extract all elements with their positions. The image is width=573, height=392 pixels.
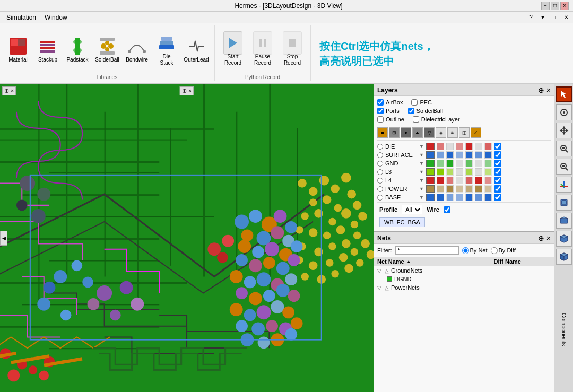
layer-die-c6[interactable] xyxy=(484,143,492,150)
nets-pin-button[interactable]: ⊕ xyxy=(538,234,544,242)
layer-die-c4[interactable] xyxy=(465,143,473,150)
layer-l3-c6[interactable] xyxy=(484,168,492,176)
menu-window[interactable]: Window xyxy=(40,13,72,22)
resize-handle-left[interactable]: ◀ xyxy=(0,231,7,246)
layer-base-color[interactable] xyxy=(426,194,435,201)
zoom-out-button[interactable] xyxy=(556,159,572,175)
restore-icon[interactable]: □ xyxy=(550,13,559,22)
layer-gnd-c2[interactable] xyxy=(446,160,454,167)
layer-surface-c4[interactable] xyxy=(465,151,473,159)
groundnets-group[interactable]: ▽ △ GroundNets xyxy=(374,266,554,275)
layer-l4-c1[interactable] xyxy=(437,177,444,184)
material-button[interactable]: Material xyxy=(4,36,32,64)
layer-power-radio[interactable] xyxy=(377,186,383,192)
layer-check-btn[interactable]: ✓ xyxy=(471,127,481,138)
help-icon[interactable]: ? xyxy=(526,13,536,22)
layer-die-c5[interactable] xyxy=(475,143,482,150)
layer-surface-c2[interactable] xyxy=(446,151,454,159)
menu-simulation[interactable]: Simulation xyxy=(2,13,40,22)
layer-shield-btn[interactable]: ▽ xyxy=(424,127,435,138)
panel-pin-left[interactable]: ⊕ × xyxy=(2,86,16,95)
layer-power-c3[interactable] xyxy=(456,185,463,193)
layer-power-c6[interactable] xyxy=(484,185,492,193)
layer-l3-color[interactable] xyxy=(426,168,435,176)
pec-checkbox[interactable] xyxy=(411,99,418,106)
layer-base-c5[interactable] xyxy=(475,194,482,201)
layer-base-c6[interactable] xyxy=(484,194,492,201)
layer-l4-visible[interactable] xyxy=(494,177,501,184)
dgnd-net-item[interactable]: DGND xyxy=(374,275,554,283)
padstack-button[interactable]: Padstack xyxy=(64,36,91,64)
powernets-group[interactable]: ▽ △ PowerNets xyxy=(374,283,554,292)
layer-l4-c5[interactable] xyxy=(475,177,482,184)
wire-checkbox[interactable] xyxy=(444,206,450,213)
3d-view4-button[interactable] xyxy=(556,249,572,265)
layer-base-radio[interactable] xyxy=(377,195,383,201)
maximize-button[interactable]: □ xyxy=(551,2,559,10)
by-diff-radio[interactable] xyxy=(491,247,498,254)
components-tab[interactable]: Components xyxy=(559,267,569,392)
layer-l3-visible[interactable] xyxy=(494,168,501,176)
3d-view3-button[interactable] xyxy=(556,231,572,247)
layer-base-c1[interactable] xyxy=(437,194,444,201)
stackup-button[interactable]: Stackup xyxy=(34,36,62,64)
sort-arrow-icon[interactable]: ▲ xyxy=(406,259,411,264)
layer-gnd-c6[interactable] xyxy=(484,160,492,167)
layer-gnd-c1[interactable] xyxy=(437,160,444,167)
layer-l3-c2[interactable] xyxy=(446,168,454,176)
dielectric-checkbox[interactable] xyxy=(413,116,419,123)
layer-surface-c3[interactable] xyxy=(456,151,463,159)
layer-btn7[interactable]: ◫ xyxy=(459,127,470,138)
layer-power-c1[interactable] xyxy=(437,185,444,193)
layer-l3-c5[interactable] xyxy=(475,168,482,176)
layer-gnd-c3[interactable] xyxy=(456,160,463,167)
outerlead-button[interactable]: OuterLead xyxy=(183,36,210,64)
stop-record-button[interactable]: StopRecord xyxy=(279,32,306,67)
by-net-radio[interactable] xyxy=(462,247,469,254)
layer-power-visible[interactable] xyxy=(494,185,501,193)
layer-power-c4[interactable] xyxy=(465,185,473,193)
solderball-layer-checkbox[interactable] xyxy=(408,108,414,114)
layer-surface-radio[interactable] xyxy=(377,152,383,158)
layer-die-radio[interactable] xyxy=(377,144,383,150)
layers-close-button[interactable]: × xyxy=(546,86,551,94)
layer-die-c1[interactable] xyxy=(437,143,444,150)
layer-l3-c4[interactable] xyxy=(465,168,473,176)
layer-l3-c1[interactable] xyxy=(437,168,444,176)
layer-base-visible[interactable] xyxy=(494,194,501,201)
3d-view2-button[interactable] xyxy=(556,213,572,229)
layers-pin-button[interactable]: ⊕ xyxy=(538,86,544,94)
layer-surface-visible[interactable] xyxy=(494,151,501,159)
layer-die-color[interactable] xyxy=(426,143,435,150)
panel-pin-center[interactable]: ⊕ × xyxy=(180,86,194,95)
layer-base-c4[interactable] xyxy=(465,194,473,201)
diestack-button[interactable]: DieStack xyxy=(153,32,180,67)
pause-record-button[interactable]: PauseRecord xyxy=(249,32,276,67)
layer-power-color[interactable] xyxy=(426,185,435,193)
layer-gnd-radio[interactable] xyxy=(377,161,383,167)
3d-view1-button[interactable] xyxy=(556,195,572,211)
layer-power-c2[interactable] xyxy=(446,185,454,193)
layer-die-c3[interactable] xyxy=(456,143,463,150)
layer-base-c3[interactable] xyxy=(456,194,463,201)
wb-fc-bga-tag[interactable]: WB_FC_BGA xyxy=(379,217,425,227)
airbox-checkbox[interactable] xyxy=(377,99,384,106)
close-button[interactable]: ✕ xyxy=(560,2,569,10)
layer-surface-c1[interactable] xyxy=(437,151,444,159)
layer-gnd-c5[interactable] xyxy=(475,160,482,167)
filter-input[interactable] xyxy=(395,246,459,255)
solderball-button[interactable]: SolderBall xyxy=(93,36,121,64)
layer-power-c5[interactable] xyxy=(475,185,482,193)
zoom-fit-button[interactable] xyxy=(556,104,572,120)
layer-gnd-visible[interactable] xyxy=(494,160,501,167)
3d-viewport[interactable]: ◀ ⊕ × ⊕ × xyxy=(0,84,374,392)
layer-gnd-c4[interactable] xyxy=(465,160,473,167)
layer-l4-radio[interactable] xyxy=(377,178,383,184)
select-tool-button[interactable] xyxy=(556,86,572,102)
zoom-in-button[interactable] xyxy=(556,141,572,156)
layer-l3-c3[interactable] xyxy=(456,168,463,176)
minimize-button[interactable]: − xyxy=(541,2,550,10)
layer-die-c2[interactable] xyxy=(446,143,454,150)
layer-surface-color[interactable] xyxy=(426,151,435,159)
layer-l4-c2[interactable] xyxy=(446,177,454,184)
